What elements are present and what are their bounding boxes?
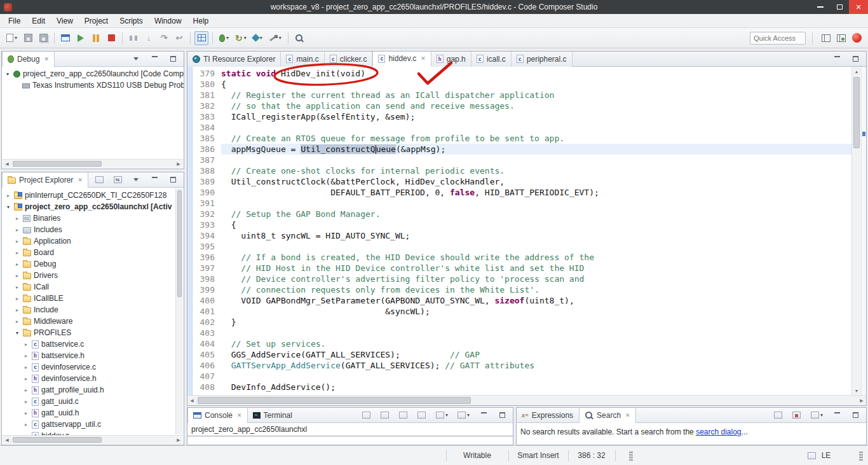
scroll-right-icon[interactable]: ▶ <box>174 160 183 168</box>
editor-tab-icall-c[interactable]: icall.c <box>471 52 512 67</box>
menu-help[interactable]: Help <box>187 15 215 27</box>
maximize-window-button[interactable] <box>830 0 849 14</box>
dropdown-arrow-icon[interactable]: ▾ <box>820 412 823 418</box>
project-item-binaries[interactable]: ▸Binaries <box>3 212 175 224</box>
scroll-up-icon[interactable]: ▲ <box>852 67 861 76</box>
project-item-battservice-h[interactable]: ▸battservice.h <box>3 350 175 361</box>
maximize-view-button[interactable] <box>166 52 180 66</box>
collapsed-arrow-icon[interactable]: ▸ <box>14 273 20 279</box>
dropdown-arrow-icon[interactable]: ▾ <box>445 412 448 418</box>
disconnect-button[interactable] <box>126 31 140 45</box>
project-item-drivers[interactable]: ▸Drivers <box>3 270 175 281</box>
scroll-right-icon[interactable]: ▶ <box>174 436 183 444</box>
code-line-395[interactable]: 395 <box>193 241 851 252</box>
menu-edit[interactable]: Edit <box>26 15 51 27</box>
collapsed-arrow-icon[interactable]: ▸ <box>14 307 20 313</box>
scroll-right-icon[interactable]: ▶ <box>857 396 866 405</box>
minimize-view-button[interactable] <box>830 52 844 66</box>
project-horizontal-scrollbar[interactable]: ◀ ▶ <box>3 435 183 444</box>
project-vertical-scrollbar[interactable] <box>175 188 183 434</box>
collapsed-arrow-icon[interactable]: ▸ <box>14 250 20 256</box>
code-line-396[interactable]: 396 // If a bond is created, the HID Dev… <box>193 252 851 263</box>
project-item-includes[interactable]: ▸Includes <box>3 224 175 235</box>
close-tab-icon[interactable]: ✕ <box>421 55 426 62</box>
search-history-button[interactable] <box>771 408 785 422</box>
view-tab-debug[interactable]: Debug✕ <box>2 52 55 67</box>
editor-tab-clicker-c[interactable]: clicker.c <box>325 52 373 67</box>
status-grip[interactable] <box>629 451 633 461</box>
open-console-button[interactable]: ▾ <box>455 408 472 422</box>
code-line-383[interactable]: 383 ICall_registerApp(&selfEntity, &sem)… <box>193 111 851 122</box>
resume-button[interactable] <box>74 31 88 45</box>
collapsed-arrow-icon[interactable]: ▸ <box>23 410 29 416</box>
stop-search-button[interactable] <box>790 408 804 422</box>
code-line-407[interactable]: 407 <box>193 371 851 382</box>
close-tab-icon[interactable]: ✕ <box>237 412 242 419</box>
view-tab-search[interactable]: Search✕ <box>579 408 636 423</box>
display-console-button[interactable]: ▾ <box>433 408 451 422</box>
menu-scripts[interactable]: Scripts <box>114 15 149 27</box>
editor-horizontal-scrollbar[interactable]: ◀ ▶ <box>187 395 866 405</box>
code-line-393[interactable]: 393 { <box>193 219 851 230</box>
scrollbar-thumb[interactable] <box>13 437 102 443</box>
debug-perspective-button[interactable] <box>834 31 848 45</box>
expanded-arrow-icon[interactable]: ▾ <box>14 330 20 336</box>
tools-button[interactable]: ▾ <box>266 31 284 45</box>
code-line-394[interactable]: 394 uint8_t syncWL = HID_AUTO_SYNC_WL; <box>193 230 851 241</box>
dropdown-arrow-icon[interactable]: ▾ <box>244 35 247 41</box>
project-item-include[interactable]: ▸Include <box>3 304 175 316</box>
collapsed-arrow-icon[interactable]: ▸ <box>14 319 20 324</box>
minimize-view-button[interactable] <box>830 408 844 422</box>
close-window-button[interactable]: ✕ <box>849 0 868 14</box>
occurrence-marker[interactable] <box>862 132 865 136</box>
project-item-devinfoservice-c[interactable]: ▸devinfoservice.c <box>3 361 175 373</box>
dropdown-arrow-icon[interactable]: ▾ <box>226 35 229 41</box>
minimize-window-button[interactable] <box>811 0 830 14</box>
scroll-down-icon[interactable]: ▼ <box>852 386 861 395</box>
perspective-grid-button[interactable] <box>819 31 833 45</box>
code-line-399[interactable]: 399 // connection requests only from dev… <box>193 284 851 295</box>
project-item-battservice-c[interactable]: ▸battservice.c <box>3 338 175 350</box>
minimize-view-button[interactable] <box>147 52 161 66</box>
project-item-pininterrupt-cc2650dk-ti-cc2650f128[interactable]: ▸pinInterrupt_CC2650DK_TI_CC2650F128 <box>3 190 175 201</box>
flash-button[interactable]: ▾ <box>250 31 265 45</box>
code-line-403[interactable]: 403 <box>193 328 851 338</box>
code-line-380[interactable]: 380{ <box>193 79 851 90</box>
pin-search-button[interactable]: ▾ <box>808 408 825 422</box>
close-tab-icon[interactable]: ✕ <box>625 412 630 419</box>
expanded-arrow-icon[interactable]: ▾ <box>4 71 11 77</box>
code-editor[interactable]: 379static void HidDev_init(void)380{381 … <box>187 67 851 395</box>
close-tab-icon[interactable]: ✕ <box>78 177 83 183</box>
maximize-view-button[interactable] <box>495 408 509 422</box>
code-line-397[interactable]: 397 // HID Host in the HID Device contro… <box>193 263 851 274</box>
word-wrap-button[interactable] <box>397 408 410 422</box>
code-line-392[interactable]: 392 // Setup the GAP Bond Manager. <box>193 209 851 219</box>
clear-console-button[interactable] <box>360 408 374 422</box>
dropdown-arrow-icon[interactable]: ▾ <box>260 35 262 41</box>
project-item-gatt-profile-uuid-h[interactable]: ▸gatt_profile_uuid.h <box>3 384 175 396</box>
code-line-389[interactable]: 389 Util_constructClock(&battPerClock, H… <box>193 176 851 187</box>
editor-tab-hiddev-c[interactable]: hiddev.c✕ <box>372 52 431 67</box>
scrollbar-thumb[interactable] <box>13 161 102 167</box>
collapsed-arrow-icon[interactable]: ▸ <box>14 216 20 221</box>
save-button[interactable] <box>21 31 35 45</box>
scroll-left-icon[interactable]: ◀ <box>3 436 11 444</box>
quick-access-input[interactable] <box>750 32 806 45</box>
project-item-gattservapp-util-c[interactable]: ▸gattservapp_util.c <box>3 419 175 430</box>
project-item-middleware[interactable]: ▸Middleware <box>3 316 175 327</box>
debug-item-texas-instruments-xds110-usb-debug-prob[interactable]: Texas Instruments XDS110 USB Debug Prob <box>2 80 184 91</box>
code-line-390[interactable]: 390 DEFAULT_BATT_PERIOD, 0, false, HID_B… <box>193 187 851 198</box>
scrollbar-thumb[interactable] <box>177 190 182 297</box>
collapsed-arrow-icon[interactable]: ▸ <box>14 261 20 267</box>
collapsed-arrow-icon[interactable]: ▸ <box>14 227 20 233</box>
collapsed-arrow-icon[interactable]: ▸ <box>23 399 29 405</box>
collapsed-arrow-icon[interactable]: ▸ <box>23 353 29 359</box>
scroll-left-icon[interactable]: ◀ <box>187 396 196 405</box>
collapsed-arrow-icon[interactable]: ▸ <box>14 239 20 244</box>
editor-tab-gap-h[interactable]: gap.h <box>431 52 471 67</box>
code-line-388[interactable]: 388 // Create one-shot clocks for intern… <box>193 165 851 176</box>
pin-console-button[interactable] <box>415 408 429 422</box>
step-over-button[interactable] <box>157 31 171 45</box>
code-line-401[interactable]: 401 &syncWL); <box>193 306 851 317</box>
search-button[interactable] <box>292 31 306 45</box>
